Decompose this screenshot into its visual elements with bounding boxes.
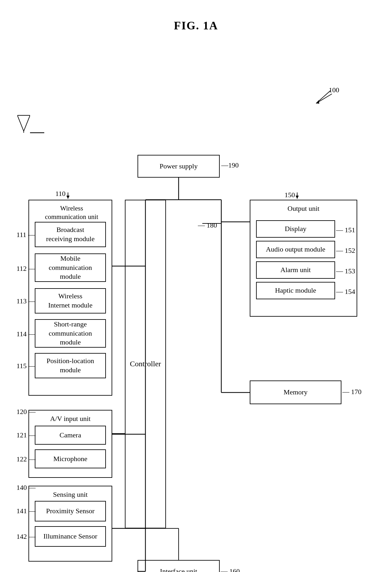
label-142: 142 — (16, 532, 36, 541)
label-112: 112 — (16, 265, 35, 273)
label-151: — 151 (336, 226, 355, 234)
label-190: —190 (221, 161, 239, 169)
antenna-icon (17, 114, 30, 133)
label-160: — 160 (221, 567, 240, 572)
memory-box: Memory (250, 380, 341, 404)
alarm-unit-box: Alarm unit (256, 261, 335, 279)
page-title: FIG. 1A (0, 0, 392, 45)
controller-box: Controller (125, 200, 166, 528)
haptic-module-box: Haptic module (256, 282, 335, 299)
svg-line-18 (17, 115, 24, 131)
label-180: — 180 (198, 221, 217, 229)
label-170: — 170 (342, 388, 362, 396)
label-114: 114 — (16, 330, 35, 338)
label-111: 111 — (16, 231, 35, 239)
camera-box: Camera (35, 426, 106, 445)
microphone-box: Microphone (35, 449, 106, 468)
mobile-comm-box: Mobilecommunicationmodule (35, 253, 106, 282)
interface-unit-box: Interface unit (138, 560, 220, 572)
svg-line-19 (24, 115, 30, 131)
audio-output-box: Audio output module (256, 241, 335, 258)
label-121: 121 — (16, 431, 36, 439)
svg-marker-23 (296, 196, 299, 199)
proximity-sensor-box: Proximity Sensor (35, 501, 106, 521)
label-154: — 154 (336, 288, 355, 296)
label-113: 113 — (16, 297, 35, 305)
svg-marker-17 (66, 196, 70, 199)
label-140: 140 — (16, 484, 36, 492)
illuminance-sensor-box: Illuminance Sensor (35, 526, 106, 547)
power-supply-box: Power supply (138, 155, 220, 178)
label-141: 141 — (16, 507, 36, 515)
broadcast-box: Broadcastreceiving module (35, 222, 106, 247)
sensing-unit-outer: Sensing unit (28, 486, 112, 562)
display-box: Display (256, 220, 335, 238)
position-location-box: Position-locationmodule (35, 353, 106, 378)
short-range-box: Short-rangecommunicationmodule (35, 319, 106, 348)
label-115: 115 — (16, 362, 35, 370)
label-122: 122 — (16, 455, 36, 463)
label-153: — 153 (336, 267, 355, 275)
label-120: 120 — (16, 408, 36, 416)
label-152: — 152 (336, 246, 355, 255)
wireless-internet-box: WirelessInternet module (35, 288, 106, 313)
